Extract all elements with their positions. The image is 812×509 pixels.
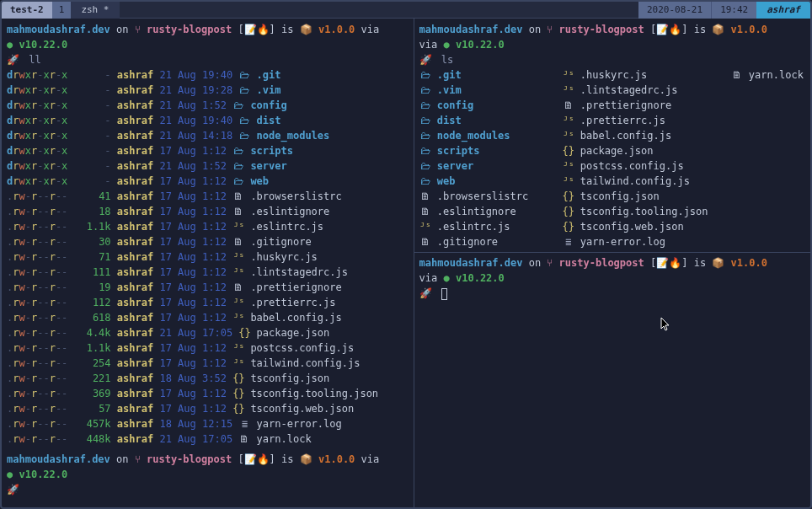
file-owner: ashraf [117, 418, 153, 430]
file-time: 3:52 [202, 372, 227, 384]
file-name[interactable]: .prettierrc.js [580, 115, 665, 126]
file-name[interactable]: .prettierignore [250, 281, 341, 293]
command-line[interactable]: 🚀 [419, 286, 805, 301]
file-name[interactable]: tailwind.config.js [580, 175, 690, 187]
file-name[interactable]: .vim [437, 84, 462, 96]
js-icon: ᴶˢ [232, 340, 244, 356]
file-name[interactable]: scripts [437, 145, 480, 157]
listing-row: .rw-r--r-- 448k ashraf 21 Aug 17:05 🗎 ya… [7, 431, 409, 447]
window-number[interactable]: 1 [52, 2, 72, 19]
js-icon: ᴶˢ [563, 174, 574, 189]
file-permissions: .rw-r--r-- [7, 206, 67, 217]
file-name[interactable]: .gitignore [250, 236, 311, 248]
file-name[interactable]: .prettierignore [580, 99, 671, 111]
file-owner: ashraf [117, 160, 153, 172]
command-line[interactable]: 🚀 [7, 482, 409, 497]
file-name[interactable]: babel.config.js [580, 130, 671, 142]
file-name[interactable]: dist [437, 115, 462, 126]
file-name[interactable]: .eslintrc.js [250, 221, 323, 233]
listing-item: 🗁 server [419, 158, 563, 174]
file-name[interactable]: .eslintrc.js [437, 221, 510, 233]
file-name[interactable]: .prettierrc.js [250, 297, 335, 308]
command-line[interactable]: 🚀 ll [7, 52, 409, 67]
file-time: 14:18 [202, 130, 232, 142]
command-line[interactable]: 🚀 ls [419, 52, 805, 67]
file-name[interactable]: tsconfig.web.json [250, 403, 354, 415]
right-upper-pane[interactable]: mahmoudashraf.dev on ⑂ rusty-blogpost [📝… [419, 22, 805, 249]
folder-icon: 🗁 [238, 67, 250, 83]
file-size: 4.4k [74, 325, 111, 340]
file-name[interactable]: .lintstagedrc.js [250, 266, 348, 278]
session-name[interactable]: test-2 [2, 2, 52, 19]
file-name[interactable]: dist [257, 115, 281, 126]
file-name[interactable]: .lintstagedrc.js [580, 84, 678, 96]
file-name[interactable]: scripts [250, 145, 293, 157]
file-time: 1:12 [202, 175, 227, 187]
file-name[interactable]: config [437, 99, 473, 111]
file-icon: 🗎 [232, 234, 244, 249]
file-name[interactable]: config [250, 99, 286, 111]
file-permissions: drwxr-xr-x [7, 69, 67, 81]
file-name[interactable]: postcss.config.js [250, 342, 354, 354]
file-icon: 🗎 [238, 431, 250, 447]
file-name[interactable]: web [250, 175, 269, 187]
listing-row: drwxr-xr-x - ashraf 21 Aug 1:52 🗁 server [7, 158, 409, 174]
file-name[interactable]: tsconfig.tooling.json [580, 206, 708, 217]
file-name[interactable]: .huskyrc.js [250, 251, 317, 263]
file-date: 17 Aug [159, 206, 195, 217]
file-name[interactable]: yarn.lock [749, 69, 804, 81]
file-name[interactable]: package.json [580, 145, 654, 157]
file-name[interactable]: tsconfig.json [580, 190, 660, 202]
file-name[interactable]: .eslintignore [437, 206, 516, 217]
file-name[interactable]: yarn-error.log [580, 236, 665, 248]
file-permissions: .rw-r--r-- [7, 357, 67, 369]
file-name[interactable]: tsconfig.json [250, 372, 329, 384]
listing-item: {} tsconfig.tooling.json [563, 204, 731, 219]
file-name[interactable]: .browserslistrc [437, 190, 528, 202]
window-name[interactable]: zsh * [71, 2, 119, 19]
file-name[interactable]: server [250, 160, 286, 172]
json-icon: {} [563, 204, 574, 219]
file-name[interactable]: node_modules [257, 130, 330, 142]
file-name[interactable]: .vim [257, 84, 281, 96]
file-name[interactable]: tsconfig.web.json [580, 221, 684, 233]
file-name[interactable]: babel.config.js [250, 312, 341, 324]
js-icon: ᴶˢ [563, 67, 574, 83]
left-pane[interactable]: mahmoudashraf.dev on ⑂ rusty-blogpost [📝… [2, 19, 414, 507]
node-version: v10.22.0 [456, 39, 505, 51]
file-name[interactable]: yarn-error.log [257, 418, 342, 430]
right-lower-pane[interactable]: mahmoudashraf.dev on ⑂ rusty-blogpost [📝… [419, 255, 805, 301]
listing-item: 🗁 config [419, 98, 563, 113]
file-owner: ashraf [117, 145, 153, 157]
file-name[interactable]: postcss.config.js [580, 160, 684, 172]
file-name[interactable]: .git [437, 69, 462, 81]
file-name[interactable]: .eslintignore [250, 206, 329, 217]
listing-row: .rw-r--r-- 71 ashraf 17 Aug 1:12 ᴶˢ .hus… [7, 249, 409, 265]
file-name[interactable]: .huskyrc.js [580, 69, 647, 81]
file-name[interactable]: server [437, 160, 473, 172]
file-name[interactable]: .gitignore [437, 236, 498, 248]
listing-item: ≣ yarn-error.log [563, 234, 731, 249]
file-name[interactable]: tailwind.config.js [250, 357, 360, 369]
file-permissions: .rw-r--r-- [7, 327, 67, 339]
prompt-line: mahmoudashraf.dev on ⑂ rusty-blogpost [📝… [419, 255, 805, 271]
file-name[interactable]: node_modules [437, 130, 510, 142]
file-name[interactable]: package.json [257, 327, 330, 339]
file-name[interactable]: yarn.lock [257, 433, 312, 445]
file-size: 448k [74, 431, 111, 447]
file-date: 17 Aug [159, 281, 195, 293]
file-name[interactable]: .browserslistrc [250, 190, 341, 202]
file-name[interactable]: tsconfig.tooling.json [250, 388, 378, 399]
file-owner: ashraf [117, 297, 153, 308]
file-name[interactable]: web [437, 175, 456, 187]
package-icon: 📦 [300, 24, 313, 35]
listing-row: .rw-r--r-- 18 ashraf 17 Aug 1:12 🗎 .esli… [7, 204, 409, 219]
folder-icon: 🗁 [238, 83, 250, 98]
right-pane[interactable]: mahmoudashraf.dev on ⑂ rusty-blogpost [📝… [414, 19, 810, 507]
pane-divider[interactable] [414, 252, 810, 253]
file-name[interactable]: .git [257, 69, 281, 81]
file-time: 19:40 [202, 115, 232, 126]
file-size: - [74, 98, 111, 113]
file-date: 17 Aug [159, 266, 195, 278]
file-time: 1:12 [202, 281, 227, 293]
